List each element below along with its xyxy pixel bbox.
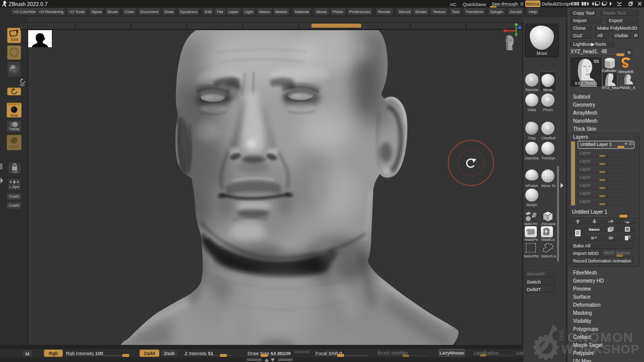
svg-text:THE: THE <box>558 329 565 341</box>
svg-text:WORKSHOP: WORKSHOP <box>561 342 639 356</box>
